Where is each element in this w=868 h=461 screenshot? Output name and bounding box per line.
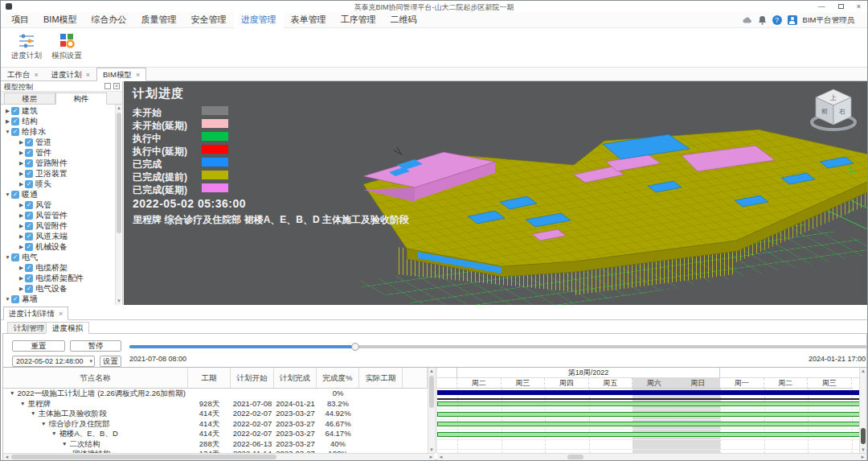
tree-node[interactable]: ▼✓电气 bbox=[1, 251, 116, 261]
close-button[interactable]: × bbox=[857, 1, 861, 12]
table-row[interactable]: ▼2022一级施工计划上墙 (2.26调板式用2.26加前期)0% bbox=[3, 389, 428, 399]
tree-scrollbar[interactable]: ▲ ▼ bbox=[115, 105, 121, 305]
view-cube[interactable]: 上 前 右 bbox=[809, 83, 861, 133]
tree-checkbox[interactable]: ✓ bbox=[25, 180, 33, 188]
help-icon[interactable]: ? bbox=[772, 15, 782, 25]
doc-tab-2[interactable]: 进度计划× bbox=[45, 68, 96, 81]
tree-checkbox[interactable]: ✓ bbox=[25, 201, 33, 209]
column-header[interactable]: 完成度% bbox=[317, 368, 359, 389]
tree-checkbox[interactable]: ✓ bbox=[25, 264, 33, 272]
tree-node[interactable]: ▶✓管路附件 bbox=[1, 157, 116, 167]
tree-checkbox[interactable]: ✓ bbox=[11, 191, 19, 199]
tree-checkbox[interactable]: ✓ bbox=[11, 253, 19, 261]
tree-node-label[interactable]: 机械设备 bbox=[35, 242, 68, 251]
tree-node-label[interactable]: 卫浴装置 bbox=[35, 169, 68, 178]
tree-node-label[interactable]: 风管 bbox=[35, 200, 51, 209]
tree-node[interactable]: ▶✓喷头 bbox=[1, 178, 116, 188]
tree-node-label[interactable]: 风道末端 bbox=[35, 232, 68, 241]
tree-checkbox[interactable]: ✓ bbox=[25, 222, 33, 230]
tree-node-label[interactable]: 电缆桥架配件 bbox=[35, 274, 84, 282]
menu-item-5[interactable]: 安全管理 bbox=[184, 12, 234, 28]
minimize-button[interactable]: — bbox=[818, 1, 825, 12]
tree-node-label[interactable]: 电气 bbox=[22, 253, 38, 261]
tree-node[interactable]: ▶✓风管附件 bbox=[1, 220, 116, 230]
tree-node[interactable]: ▶✓风管 bbox=[1, 199, 116, 209]
bell-icon[interactable] bbox=[758, 15, 767, 25]
tree-node-label[interactable]: 暖通 bbox=[22, 190, 38, 199]
tree-node[interactable]: ▶✓风道末端 bbox=[1, 230, 116, 241]
tree-node-label[interactable]: 幕墙 bbox=[22, 294, 38, 303]
menu-item-7[interactable]: 表单管理 bbox=[284, 12, 334, 28]
tree-checkbox[interactable]: ✓ bbox=[25, 212, 33, 220]
column-header[interactable]: 工期 bbox=[188, 368, 231, 389]
menu-item-9[interactable]: 二维码 bbox=[383, 12, 424, 28]
tree-node[interactable]: ▼✓幕墙 bbox=[1, 293, 116, 303]
tree-checkbox[interactable]: ✓ bbox=[25, 138, 33, 146]
tree-checkbox[interactable]: ✓ bbox=[25, 243, 33, 251]
expand-caret-icon[interactable]: ▼ bbox=[41, 421, 46, 426]
tree-node-label[interactable]: 建筑 bbox=[22, 106, 38, 115]
tree-node-label[interactable]: 电缆桥架 bbox=[35, 263, 68, 272]
close-panel-icon[interactable]: × bbox=[113, 83, 120, 89]
tree-node-label[interactable]: 喷头 bbox=[35, 179, 51, 188]
tree-node[interactable]: ▶✓机械设备 bbox=[1, 241, 116, 251]
tree-node-label[interactable]: 管路附件 bbox=[35, 158, 68, 167]
column-header[interactable]: 节点名称 bbox=[3, 368, 188, 389]
viewport-3d[interactable]: 计划进度 未开始未开始(延期)执行中执行中(延期)已完成已完成(提前)已完成(延… bbox=[124, 81, 868, 305]
pause-button[interactable]: 暂停 bbox=[70, 340, 121, 352]
tree-node[interactable]: ▶✓电缆桥架配件 bbox=[1, 272, 116, 282]
tree-node[interactable]: ▶✓管件 bbox=[1, 146, 116, 157]
expand-caret-icon[interactable]: ▼ bbox=[20, 401, 25, 406]
tree-checkbox[interactable]: ✓ bbox=[25, 159, 33, 167]
tree-node[interactable]: ▼✓给排水 bbox=[1, 126, 116, 136]
tree-node-label[interactable]: 结构 bbox=[22, 117, 38, 126]
column-header[interactable]: 计划开始 bbox=[231, 368, 274, 389]
tree-node-label[interactable]: 电气设备 bbox=[35, 284, 68, 293]
menu-item-2[interactable]: BIM模型 bbox=[36, 12, 84, 28]
close-tab-icon[interactable]: × bbox=[136, 71, 140, 79]
table-row[interactable]: ▼主体施工及验收阶段414天2022-02-072023-03-2744.92% bbox=[3, 409, 428, 419]
tree-checkbox[interactable]: ✓ bbox=[11, 117, 19, 126]
tree-checkbox[interactable]: ✓ bbox=[25, 285, 33, 293]
doc-tab-1[interactable]: 工作台× bbox=[1, 68, 45, 81]
doc-tab-3[interactable]: BIM模型× bbox=[96, 68, 146, 81]
tree-node-label[interactable]: 风管附件 bbox=[35, 221, 68, 230]
float-panel-icon[interactable] bbox=[104, 83, 111, 89]
table-row[interactable]: ▼裙楼A、E、B、D414天2022-02-072023-03-2764.17% bbox=[3, 429, 428, 439]
tree-checkbox[interactable]: ✓ bbox=[11, 128, 19, 136]
menu-item-3[interactable]: 综合办公 bbox=[84, 12, 134, 28]
reset-button[interactable]: 重置 bbox=[12, 340, 65, 352]
gantt-hscrollbar[interactable]: ◄ ► bbox=[437, 453, 866, 460]
simulation-settings-button[interactable]: 模拟设置 bbox=[47, 31, 86, 65]
time-slider[interactable] bbox=[129, 345, 867, 348]
tree-node[interactable]: ▶✓卫浴装置 bbox=[1, 167, 116, 178]
tree-node[interactable]: ▶✓结构 bbox=[1, 115, 116, 126]
close-tab-icon[interactable]: × bbox=[59, 310, 63, 318]
tree-node-label[interactable]: 管件 bbox=[35, 148, 51, 157]
maximize-button[interactable] bbox=[838, 4, 844, 9]
tab-plan-management[interactable]: 计划管理 bbox=[7, 322, 51, 334]
tree-checkbox[interactable]: ✓ bbox=[25, 170, 33, 178]
expand-caret-icon[interactable]: ▼ bbox=[31, 410, 35, 416]
tree-node[interactable]: ▶✓建筑 bbox=[1, 105, 116, 115]
tree-checkbox[interactable]: ✓ bbox=[25, 274, 33, 282]
expand-caret-icon[interactable]: ▼ bbox=[10, 390, 14, 396]
menu-item-6[interactable]: 进度管理 bbox=[234, 12, 284, 28]
tree-checkbox[interactable]: ✓ bbox=[25, 233, 33, 241]
close-tab-icon[interactable]: × bbox=[86, 71, 90, 79]
tree-node-label[interactable]: 管道 bbox=[35, 138, 51, 146]
tree-node[interactable]: ▼✓暖通 bbox=[1, 188, 116, 199]
cloud-icon[interactable] bbox=[742, 16, 752, 24]
expand-caret-icon[interactable]: ▼ bbox=[51, 430, 56, 436]
tree-checkbox[interactable]: ✓ bbox=[11, 295, 19, 303]
table-row[interactable]: ▼二次结构288天2022-06-132023-03-2740% bbox=[3, 439, 428, 450]
column-header[interactable]: 实际工期 bbox=[359, 368, 403, 389]
table-hscrollbar[interactable]: ◄ ► bbox=[3, 453, 435, 460]
menu-item-4[interactable]: 质量管理 bbox=[134, 12, 184, 28]
datetime-picker[interactable]: 2022-05-02 12:48:00 ▾ bbox=[12, 356, 95, 367]
tree-node[interactable]: ▶✓管道 bbox=[1, 136, 116, 146]
avatar[interactable] bbox=[788, 15, 797, 25]
expand-caret-icon[interactable]: ▼ bbox=[62, 441, 67, 447]
menu-item-1[interactable]: 项目 bbox=[4, 12, 36, 28]
tree-node[interactable]: ▶✓电缆桥架 bbox=[1, 261, 116, 272]
